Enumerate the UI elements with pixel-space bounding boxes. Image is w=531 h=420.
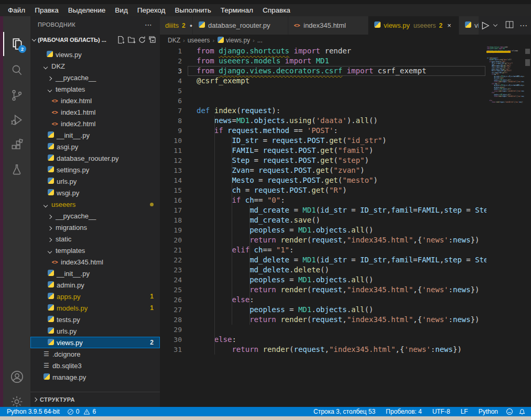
menu-Файл[interactable]: Файл [3, 5, 30, 15]
chevron-down-icon [42, 201, 49, 208]
tree-item-__init__.py[interactable]: __init__.py [30, 129, 160, 141]
tree-item-settings.py[interactable]: settings.py [30, 164, 160, 175]
testing-icon[interactable] [3, 158, 30, 182]
tab-index345.html[interactable]: <>index345.html [288, 16, 368, 35]
tree-item-templates[interactable]: templates [30, 83, 160, 95]
line-number: 8 [160, 116, 192, 126]
tree-item-static[interactable]: static [30, 233, 160, 245]
problems-indicator[interactable]: 0 6 [63, 407, 100, 416]
breadcrumb-item-...[interactable]: ... [257, 37, 263, 44]
python-file-icon [47, 166, 54, 174]
line-number: 10 [160, 136, 192, 146]
file-label: views.py [56, 51, 82, 59]
tab-diiits[interactable]: diiits2● [160, 16, 192, 35]
list-file-icon: ☰ [43, 362, 50, 369]
file-label: static [56, 235, 71, 243]
tree-item-admin.py[interactable]: admin.py [30, 279, 160, 291]
notifications-bell-icon[interactable] [517, 407, 527, 416]
breadcrumb-item-DKZ[interactable]: DKZ [168, 37, 180, 44]
tree-item-useeers[interactable]: useeers [30, 198, 160, 210]
chevron-down-icon [46, 85, 53, 93]
desktop-bottom-edge [0, 416, 531, 420]
file-label: templates [56, 85, 85, 93]
python-file-icon [47, 281, 54, 289]
file-label: wsgi.py [57, 189, 79, 197]
encoding[interactable]: UTF-8 [429, 407, 454, 416]
menu-Выделение[interactable]: Выделение [63, 5, 111, 15]
menu-Справка[interactable]: Справка [258, 5, 295, 15]
tree-item-views.py[interactable]: views.py [30, 49, 160, 60]
workspace-section-header[interactable]: (РАБОЧАЯ ОБЛАСТЬ) ... [30, 33, 160, 47]
tree-item-models.py[interactable]: models.py1 [30, 302, 160, 314]
split-editor-icon[interactable] [505, 20, 514, 31]
breadcrumb-item-views.py[interactable]: views.py [217, 37, 250, 45]
eol-sequence[interactable]: LF [457, 407, 472, 416]
tree-item-apps.py[interactable]: apps.py1 [30, 291, 160, 302]
code-line-25: 25 return render(request,"index345.html"… [160, 285, 486, 295]
tab-database_roouter.py[interactable]: database_roouter.py [193, 16, 288, 35]
tree-item-index2.html[interactable]: <>index2.html [30, 118, 160, 129]
source-control-icon[interactable] [3, 83, 30, 107]
collapse-all-icon[interactable] [147, 35, 158, 45]
indentation[interactable]: Пробелов: 4 [382, 407, 426, 416]
tree-item-asgi.py[interactable]: asgi.py [30, 141, 160, 152]
tree-item-tests.py[interactable]: tests.py [30, 314, 160, 325]
tree-item-urls.py[interactable]: urls.py [30, 325, 160, 337]
menu-Выполнить[interactable]: Выполнить [170, 5, 215, 15]
indent-guide [250, 205, 250, 325]
vscode-window: ФайлПравкаВыделениеВидПереходВыполнитьТе… [0, 0, 531, 420]
language-mode[interactable]: Python [475, 407, 502, 416]
tree-item-wsgi.py[interactable]: wsgi.py [30, 187, 160, 198]
file-label: .dcignore [52, 350, 80, 358]
menu-Переход[interactable]: Переход [133, 5, 170, 15]
chevron-down-icon [42, 62, 49, 70]
explorer-sidebar: ПРОВОДНИК ⋯ (РАБОЧАЯ ОБЛАСТЬ) ... views.… [30, 16, 160, 407]
tree-item-__pycache__[interactable]: __pycache__ [30, 72, 160, 83]
tree-item-database_roouter.py[interactable]: database_roouter.py [30, 152, 160, 164]
new-file-icon[interactable] [116, 35, 126, 45]
tree-item-index.html[interactable]: <>index.html [30, 95, 160, 106]
breadcrumb-item-useeers[interactable]: useeers [188, 37, 210, 44]
menu-Правка[interactable]: Правка [30, 5, 63, 15]
tree-item-.dcignore[interactable]: ☰.dcignore [30, 348, 160, 360]
python-file-icon [217, 37, 224, 45]
extensions-icon[interactable] [3, 133, 30, 157]
account-icon[interactable] [3, 364, 30, 389]
file-label: admin.py [57, 281, 84, 289]
outline-section-header[interactable]: СТРУКТУРА [30, 392, 160, 407]
tree-item-DKZ[interactable]: DKZ [30, 60, 160, 72]
line-number: 27 [160, 305, 192, 315]
new-folder-icon[interactable] [126, 35, 137, 45]
tree-item-__pycache__[interactable]: __pycache__ [30, 210, 160, 222]
feedback-icon[interactable] [505, 407, 514, 416]
tree-item-manage.py[interactable]: manage.py [30, 371, 160, 383]
code-editor[interactable]: 1from django.shortcuts import render2fro… [160, 46, 486, 406]
minimap[interactable]: from django.shortcuts import renderfrom … [486, 46, 524, 114]
tab-views.py[interactable]: views.pyuseeers2× [369, 16, 459, 35]
tree-item-views.py[interactable]: views.py2 [30, 337, 160, 348]
tree-item-index345.html[interactable]: <>index345.html [30, 256, 160, 268]
code-line-5: 5 [160, 86, 486, 96]
tree-item-__init__.py[interactable]: __init__.py [30, 268, 160, 279]
menu-Вид[interactable]: Вид [110, 5, 132, 15]
tree-item-templates[interactable]: templates [30, 245, 160, 256]
tree-item-urls.py[interactable]: urls.py [30, 175, 160, 187]
more-actions-icon[interactable]: ⋯ [519, 21, 528, 30]
python-interpreter[interactable]: Python 3.9.5 64-bit [3, 407, 63, 416]
run-button[interactable] [479, 20, 490, 31]
python-file-icon [46, 51, 53, 59]
tree-item-db.sqlite3[interactable]: ☰db.sqlite3 [30, 360, 160, 371]
run-dropdown-chevron-icon[interactable] [492, 21, 499, 30]
refresh-icon[interactable] [137, 35, 147, 45]
cursor-position[interactable]: Строка 3, столбец 53 [310, 407, 379, 416]
overview-ruler-mark [525, 59, 530, 66]
tree-item-index1.html[interactable]: <>index1.html [30, 106, 160, 118]
explorer-icon[interactable]: 2 [3, 32, 30, 56]
menu-Терминал[interactable]: Терминал [216, 5, 258, 15]
search-icon[interactable] [3, 58, 30, 82]
sidebar-more-actions[interactable]: ⋯ [145, 20, 153, 29]
close-tab-icon[interactable]: × [447, 21, 451, 29]
tree-item-migrations[interactable]: migrations [30, 222, 160, 233]
run-debug-icon[interactable] [3, 108, 30, 132]
python-file-icon [47, 178, 54, 185]
